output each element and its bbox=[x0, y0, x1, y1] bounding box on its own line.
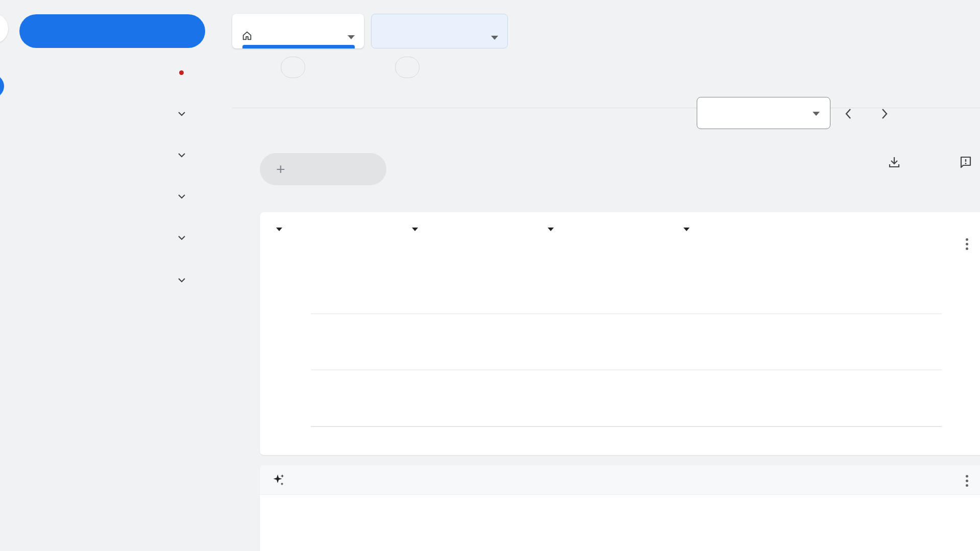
feedback-icon bbox=[959, 156, 972, 171]
plus-icon: + bbox=[276, 162, 285, 177]
ai-sparkle-icon bbox=[272, 473, 285, 487]
chevron-down-icon bbox=[178, 234, 186, 242]
dropdown-caret-icon bbox=[683, 228, 690, 231]
scorecard-purchases-sales[interactable] bbox=[260, 212, 396, 298]
diagnostic-insights-card bbox=[260, 465, 980, 551]
date-range-selector[interactable] bbox=[697, 97, 830, 129]
overview-trend-card bbox=[260, 212, 980, 455]
dropdown-caret-icon bbox=[276, 228, 282, 231]
nav-rail-fragment-circle bbox=[0, 13, 8, 44]
sidebar-item-campaigns[interactable] bbox=[19, 145, 205, 165]
chevron-down-icon bbox=[178, 192, 186, 201]
download-button[interactable] bbox=[871, 156, 917, 174]
previous-period-button[interactable] bbox=[840, 105, 857, 122]
feedback-button[interactable] bbox=[943, 156, 980, 174]
next-period-button[interactable] bbox=[876, 105, 893, 122]
insights-more-options-button[interactable] bbox=[958, 469, 975, 492]
chevron-down-icon bbox=[178, 276, 186, 284]
sidebar-item-products[interactable] bbox=[19, 228, 205, 248]
sidebar-item-audiences-keywords-content[interactable] bbox=[19, 262, 205, 298]
sidebar-item-recommendations[interactable] bbox=[19, 62, 205, 83]
view-selector[interactable] bbox=[232, 14, 364, 48]
sidebar-item-overview[interactable] bbox=[19, 14, 205, 48]
campaign-selector[interactable] bbox=[371, 14, 508, 48]
new-campaign-button[interactable]: + bbox=[260, 153, 386, 185]
filter-chip-campaign-status[interactable] bbox=[281, 57, 305, 78]
home-icon bbox=[241, 30, 253, 43]
chevron-down-icon bbox=[178, 151, 186, 159]
dropdown-caret-icon bbox=[412, 228, 418, 231]
scorecard-impressions[interactable] bbox=[396, 212, 531, 298]
scorecard-cost-per-conv[interactable] bbox=[531, 212, 667, 298]
dropdown-caret-icon bbox=[813, 112, 820, 116]
trend-chart bbox=[311, 307, 942, 442]
diagnostic-insights-header bbox=[260, 465, 980, 495]
nav-rail-fragment-icon bbox=[0, 74, 4, 98]
sidebar-item-change-history[interactable] bbox=[19, 310, 205, 331]
chart-more-options-button[interactable] bbox=[958, 233, 975, 255]
notification-dot bbox=[179, 70, 184, 75]
active-view-underline bbox=[242, 45, 355, 48]
dropdown-caret-icon bbox=[348, 35, 355, 39]
toolbar-divider bbox=[232, 108, 980, 108]
download-icon bbox=[888, 156, 901, 171]
sidebar-item-assets[interactable] bbox=[19, 186, 205, 207]
sidebar-item-insights-and-reports[interactable] bbox=[19, 104, 205, 124]
dropdown-caret-icon bbox=[491, 36, 498, 40]
scorecard-cost[interactable] bbox=[667, 212, 803, 298]
filter-chip-ad-group-status[interactable] bbox=[395, 57, 420, 78]
chevron-down-icon bbox=[178, 110, 186, 118]
dropdown-caret-icon bbox=[548, 228, 554, 231]
